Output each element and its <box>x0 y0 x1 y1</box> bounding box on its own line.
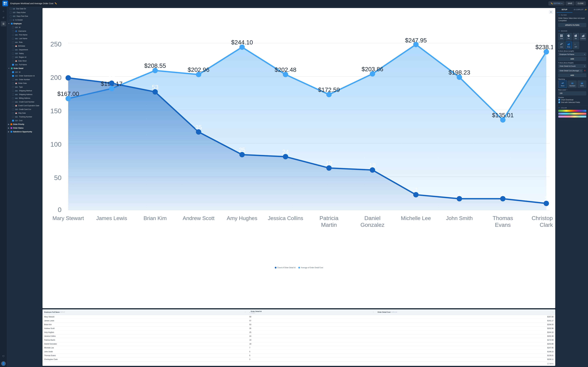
svg-point-53 <box>109 81 114 86</box>
col-menu-icon-cost[interactable]: ⋮ <box>552 311 553 313</box>
sidebar-group-employee[interactable]: ▼ Employee <box>7 22 41 25</box>
is-closed-checkbox[interactable] <box>10 19 12 21</box>
days-active-checkbox[interactable] <box>10 12 12 14</box>
sidebar-item-date-hired[interactable]: 📅 Date Hired <box>7 59 41 63</box>
sidebar-item-ship-date[interactable]: 📅 Ship Date <box>7 111 41 115</box>
color-section-header[interactable]: ▼ COLOR <box>558 107 586 109</box>
sidebar-item-birthdate[interactable]: 📅 Birthdate <box>7 44 41 48</box>
tab-ai-copilot[interactable]: AI COPILOT ✨ <box>572 7 588 13</box>
sidebar-item-last-name[interactable]: abc Last Name <box>7 37 41 41</box>
chart-type-column-btn[interactable]: Column <box>580 33 586 41</box>
sidebar-item-order-number[interactable]: abc Order Number <box>7 78 41 81</box>
main-content: ⬇ 250 200 150 100 50 0 <box>41 7 556 367</box>
stack-100-btn[interactable]: 100% <box>578 81 586 88</box>
display-chart-download[interactable]: Chart Download <box>558 99 586 101</box>
sidebar-item-is-closed[interactable]: ⊙ Is Closed <box>7 18 41 22</box>
chart-type-kpi-btn[interactable]: # KPI <box>573 42 579 49</box>
close-button[interactable]: CLOSE <box>576 1 586 5</box>
due-date-dv-checkbox[interactable] <box>10 8 12 10</box>
editing-button[interactable]: ✏️ EDITING ▾ <box>549 1 565 5</box>
color-palette-2[interactable] <box>558 113 586 115</box>
sidebar-item-department[interactable]: abc Department <box>7 48 41 52</box>
row-limit-input[interactable] <box>558 91 586 95</box>
table-header-row: Employee Full Name GROUP ⋮ ↓ Order Detai… <box>43 309 555 315</box>
data-nav-icon[interactable]: ☰ <box>1 21 6 26</box>
update-filters-button[interactable]: UPDATE FILTERS <box>558 23 586 27</box>
svg-rect-89 <box>584 35 584 37</box>
sidebar-group-order-status[interactable]: ▶ Order Status <box>7 126 41 130</box>
sidebar-item-shipping-method[interactable]: abc Shipping Method <box>7 89 41 93</box>
stack-none-btn[interactable]: None <box>558 81 567 88</box>
y-axis-add-button[interactable]: ADD <box>558 73 586 77</box>
avatar-nav-icon[interactable]: 👤 <box>1 361 6 366</box>
sidebar-item-credit-card-number[interactable]: abc Credit Card Number <box>7 100 41 104</box>
home-nav-icon[interactable]: ⌂ <box>1 8 6 14</box>
edit-title-icon[interactable]: ✏️ <box>55 2 57 4</box>
save-button[interactable]: SAVE <box>566 1 574 5</box>
sidebar-item-cc-cvv[interactable]: 123 Credit Card Cvv <box>7 108 41 111</box>
tab-setup[interactable]: SETUP <box>557 7 572 13</box>
order-detail-collapse-icon: ▼ <box>8 67 10 69</box>
chart-download-checkbox[interactable] <box>558 99 560 101</box>
y-axis-select-2[interactable]: Order Detail Cost (Average) <box>558 69 583 73</box>
chart-download-button[interactable]: ⬇ <box>549 10 553 14</box>
stack-standard-btn[interactable]: Standard <box>568 81 577 88</box>
sidebar-item-cc-exp-date[interactable]: 📅 Credit Card Expiration Date <box>7 104 41 108</box>
color-palette-3[interactable] <box>558 116 586 117</box>
y-axis-select-2-container[interactable]: Order Detail Cost (Average) <box>558 69 583 73</box>
x-axis-select[interactable]: Employee Full Name <box>558 52 586 56</box>
sidebar-item-id[interactable]: 123 Id <box>7 25 41 29</box>
sidebar-item-type[interactable]: abc Type <box>7 85 41 89</box>
filter-section-header[interactable]: ▼ FILTER <box>558 14 586 16</box>
chart-type-grid-btn[interactable]: Grid <box>558 33 565 41</box>
sidebar-item-due-date-dv[interactable]: cal Due Date Dv <box>7 7 41 11</box>
sidebar-item-billing-address[interactable]: abc Billing Address <box>7 96 41 100</box>
x-axis-add-button[interactable]: ADD <box>558 57 586 61</box>
sidebar-group-salesforce[interactable]: ▶ Salesforce Opportunity <box>7 130 41 133</box>
sidebar-item-od-id[interactable]: ✓ 123 Id <box>7 70 41 74</box>
y-axis-select-1-container[interactable]: Order Detail Id (Count) <box>558 64 586 68</box>
svg-point-55 <box>196 129 201 135</box>
grid-selected-fields-checkbox[interactable] <box>558 101 560 103</box>
sidebar-group-order-detail[interactable]: ▼ Order Detail <box>7 67 41 70</box>
sidebar-item-days-active[interactable]: 123 Days Active <box>7 11 41 14</box>
chart-type-area-btn[interactable]: Area <box>565 42 572 49</box>
days-past-due-checkbox[interactable] <box>10 15 12 17</box>
sidebar-item-username[interactable]: 👤 Username <box>7 29 41 33</box>
y-axis-remove-button[interactable]: ✕ <box>583 69 586 72</box>
col-header-order-cost[interactable]: Order Detail Cost AVERAGE ⋮ <box>376 309 555 315</box>
sidebar-item-days-past-due[interactable]: 123 Days Past Due <box>7 14 41 18</box>
left-nav: ⌂ ↺ ☰ 🛡 👤 <box>0 7 7 367</box>
design-section-header[interactable]: ▼ DESIGN <box>558 30 586 32</box>
chart-type-bar-btn[interactable]: Bar <box>573 33 579 41</box>
sidebar-item-full-name[interactable]: ✓ abc Full Name <box>7 63 41 67</box>
sidebar-item-region-id[interactable]: 123 Region Id <box>7 55 41 59</box>
col-menu-icon-count[interactable]: ⋮ <box>372 311 374 313</box>
col-menu-icon-name[interactable]: ⋮ <box>244 311 246 313</box>
color-palette-1[interactable] <box>558 110 586 112</box>
svg-text:Patricia: Patricia <box>320 215 339 221</box>
y-axis-select-1[interactable]: Order Detail Id (Count) <box>558 64 586 68</box>
shield-nav-icon[interactable]: 🛡 <box>1 354 6 359</box>
sidebar-item-shipping-address[interactable]: abc Shipping Address <box>7 93 41 96</box>
chart-type-line-btn[interactable]: Line <box>558 42 565 49</box>
sidebar-item-order-submission-id[interactable]: ✓ 123 Order Submission Id <box>7 74 41 78</box>
color-caret-icon: ▼ <box>558 107 560 109</box>
sidebar-item-cost[interactable]: ✓ 123 Cost <box>7 119 41 122</box>
col-header-employee-name[interactable]: Employee Full Name GROUP ⋮ <box>43 309 248 315</box>
sidebar-item-order-date[interactable]: 📅 Order Date <box>7 81 41 85</box>
svg-point-42 <box>152 68 158 73</box>
sidebar-item-tracking-number[interactable]: abc Tracking Number <box>7 115 41 119</box>
sidebar-item-salary[interactable]: 123 Salary <box>7 52 41 55</box>
x-axis-select-container[interactable]: Employee Full Name <box>558 52 586 56</box>
sidebar-group-order-priority[interactable]: ▶ Order Priority <box>7 122 41 126</box>
sidebar-item-role[interactable]: abc Role <box>7 41 41 44</box>
svg-rect-0 <box>4 2 5 3</box>
display-grid-selected-fields[interactable]: Grid with Selected Fields <box>558 101 586 103</box>
refresh-nav-icon[interactable]: ↺ <box>1 15 6 20</box>
table-body: Mary Stewart 59 $167.00 James Lewis 57 $… <box>43 315 555 361</box>
sidebar-item-first-name[interactable]: abc First Name <box>7 33 41 37</box>
col-header-order-detail-id[interactable]: ↓ Order Detail Id COUNT ⋮ <box>248 309 376 315</box>
row-limit-help-icon[interactable]: ? <box>566 89 567 91</box>
chart-type-pie-btn[interactable]: Pie <box>565 33 572 41</box>
